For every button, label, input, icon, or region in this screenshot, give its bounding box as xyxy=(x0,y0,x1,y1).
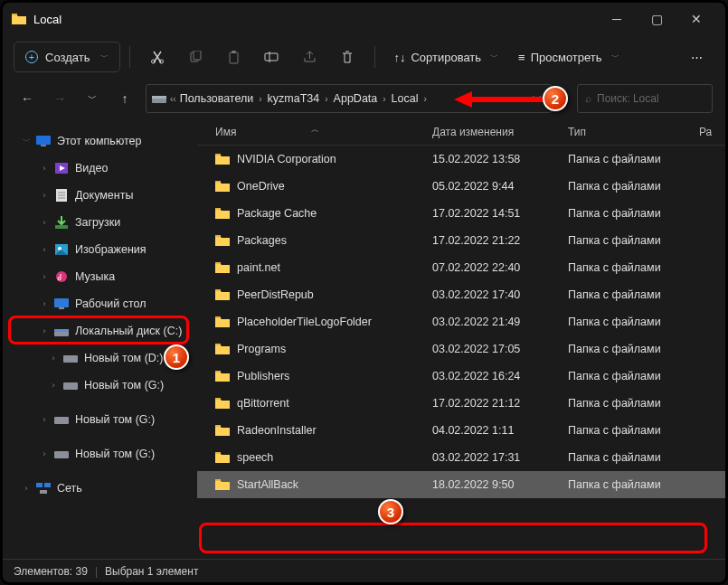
share-button[interactable] xyxy=(291,42,327,72)
table-row[interactable]: qBittorrent17.02.2022 21:12Папка с файла… xyxy=(197,390,725,417)
folder-icon xyxy=(215,398,230,409)
search-input[interactable]: ⌕ Поиск: Local xyxy=(577,84,713,113)
chevron-right-icon: › xyxy=(39,449,50,458)
disk-icon xyxy=(152,92,166,106)
svg-rect-31 xyxy=(54,417,69,424)
delete-button[interactable] xyxy=(329,42,365,72)
file-type: Папка с файлами xyxy=(568,343,699,355)
file-name: NVIDIA Corporation xyxy=(237,153,336,165)
create-label: Создать xyxy=(45,51,90,64)
tree-desktop[interactable]: ›Рабочий стол xyxy=(5,290,195,317)
chevron-down-icon: ﹀ xyxy=(100,52,109,63)
table-row[interactable]: paint.net07.02.2022 22:40Папка с файлами xyxy=(197,254,725,281)
divider xyxy=(374,46,375,68)
tree-label: Сеть xyxy=(57,482,82,495)
status-count: Элементов: 39 xyxy=(14,565,88,578)
tree-drive-g3[interactable]: ›Новый том (G:) xyxy=(5,440,195,467)
chevron-right-icon: › xyxy=(39,191,50,200)
sort-button[interactable]: ↑↓ Сортировать ﹀ xyxy=(384,42,507,72)
tree-label: Изображения xyxy=(75,243,147,256)
tree-documents[interactable]: ›Документы xyxy=(5,182,195,209)
table-row[interactable]: Packages17.02.2022 21:22Папка с файлами xyxy=(197,227,725,254)
tree-label: Загрузки xyxy=(75,216,120,229)
annotation-marker-1: 1 xyxy=(164,344,189,370)
file-name: OneDrive xyxy=(237,180,285,193)
table-row[interactable]: PlaceholderTileLogoFolder03.02.2022 21:4… xyxy=(197,308,725,335)
rename-button[interactable] xyxy=(253,42,289,72)
col-date[interactable]: Дата изменения xyxy=(432,126,568,138)
more-button[interactable]: ⋯ xyxy=(678,42,714,72)
svg-rect-7 xyxy=(265,53,278,61)
table-row[interactable]: Package Cache17.02.2022 14:51Папка с фай… xyxy=(197,200,725,227)
col-type[interactable]: Тип xyxy=(568,126,699,138)
file-date: 05.02.2022 9:44 xyxy=(432,180,568,193)
file-date: 17.02.2022 21:12 xyxy=(432,397,568,410)
breadcrumb[interactable]: kyzmaT34 xyxy=(264,92,324,105)
drive-icon xyxy=(62,381,79,390)
nav-dropdown[interactable]: ﹀ xyxy=(80,92,104,105)
svg-rect-40 xyxy=(215,262,221,264)
col-name[interactable]: ︿Имя xyxy=(197,126,432,138)
table-row[interactable]: NVIDIA Corporation15.02.2022 13:58Папка … xyxy=(197,146,725,173)
table-row[interactable]: PeerDistRepub03.02.2022 17:40Папка с фай… xyxy=(197,281,725,308)
desktop-icon xyxy=(53,298,70,309)
paste-button[interactable] xyxy=(215,42,251,72)
tree-network[interactable]: ›Сеть xyxy=(5,475,195,502)
tree-label: Новый том (G:) xyxy=(75,448,155,460)
table-row[interactable]: Publishers03.02.2022 16:24Папка с файлам… xyxy=(197,363,725,390)
breadcrumb[interactable]: AppData xyxy=(330,92,382,105)
svg-rect-35 xyxy=(40,490,47,494)
drive-icon xyxy=(53,449,70,458)
documents-icon xyxy=(53,189,70,202)
table-row[interactable]: speech03.02.2022 17:31Папка с файлами xyxy=(197,444,725,471)
breadcrumb[interactable]: Пользователи xyxy=(176,92,258,105)
view-button[interactable]: ≡ Просмотреть ﹀ xyxy=(509,42,629,72)
tree-local-disk-c[interactable]: ›Локальный диск (C:) xyxy=(5,317,195,344)
view-label: Просмотреть xyxy=(531,51,602,64)
tree-pictures[interactable]: ›Изображения xyxy=(5,236,195,263)
col-size[interactable]: Ра xyxy=(699,126,725,138)
copy-button[interactable] xyxy=(177,42,213,72)
cut-button[interactable] xyxy=(139,42,175,72)
folder-icon xyxy=(215,344,230,354)
nav-back[interactable]: ← xyxy=(15,91,39,106)
network-icon xyxy=(35,483,52,494)
maximize-button[interactable]: ▢ xyxy=(637,5,676,33)
view-icon: ≡ xyxy=(518,51,525,64)
file-date: 15.02.2022 13:58 xyxy=(432,153,568,165)
file-name: Packages xyxy=(237,234,287,247)
file-type: Папка с файлами xyxy=(568,234,699,247)
search-placeholder: Поиск: Local xyxy=(597,92,659,105)
tree-video[interactable]: ›Видео xyxy=(5,155,195,182)
chevron-right-icon: › xyxy=(422,94,429,104)
file-type: Папка с файлами xyxy=(568,370,699,382)
chevron-left-icon: ‹‹ xyxy=(170,94,176,104)
minimize-button[interactable]: ─ xyxy=(597,5,637,33)
svg-rect-30 xyxy=(63,382,78,390)
nav-forward[interactable]: → xyxy=(48,91,71,106)
status-selected: Выбран 1 элемент xyxy=(105,565,198,578)
file-date: 17.02.2022 21:22 xyxy=(432,234,568,247)
table-row[interactable]: StartAllBack18.02.2022 9:50Папка с файла… xyxy=(197,471,725,498)
table-row[interactable]: Programs03.02.2022 17:05Папка с файлами xyxy=(197,335,725,363)
svg-rect-48 xyxy=(215,479,221,481)
create-button[interactable]: + Создать ﹀ xyxy=(14,42,120,72)
table-row[interactable]: OneDrive05.02.2022 9:44Папка с файлами xyxy=(197,173,725,200)
tree-drive-g1[interactable]: ›Новый том (G:) xyxy=(5,372,195,399)
file-date: 03.02.2022 17:05 xyxy=(432,343,568,355)
chevron-right-icon: › xyxy=(39,245,50,254)
sort-icon: ↑↓ xyxy=(393,51,405,64)
breadcrumb[interactable]: Local xyxy=(388,92,422,105)
tree-label: Этот компьютер xyxy=(57,135,141,147)
tree-this-pc[interactable]: ﹀ Этот компьютер xyxy=(5,127,195,155)
sort-ascending-icon: ︿ xyxy=(311,124,319,136)
close-button[interactable]: ✕ xyxy=(676,5,716,33)
tree-drive-g2[interactable]: ›Новый том (G:) xyxy=(5,406,195,433)
svg-rect-29 xyxy=(63,355,78,363)
tree-music[interactable]: ›Музыка xyxy=(5,263,195,290)
nav-up[interactable]: ↑ xyxy=(113,91,137,106)
address-bar[interactable]: ‹‹ Пользователи › kyzmaT34 › AppData › L… xyxy=(146,84,552,113)
window-title: Local xyxy=(33,13,61,26)
table-row[interactable]: RadeonInstaller04.02.2022 1:11Папка с фа… xyxy=(197,417,725,444)
tree-downloads[interactable]: ›Загрузки xyxy=(5,209,195,236)
